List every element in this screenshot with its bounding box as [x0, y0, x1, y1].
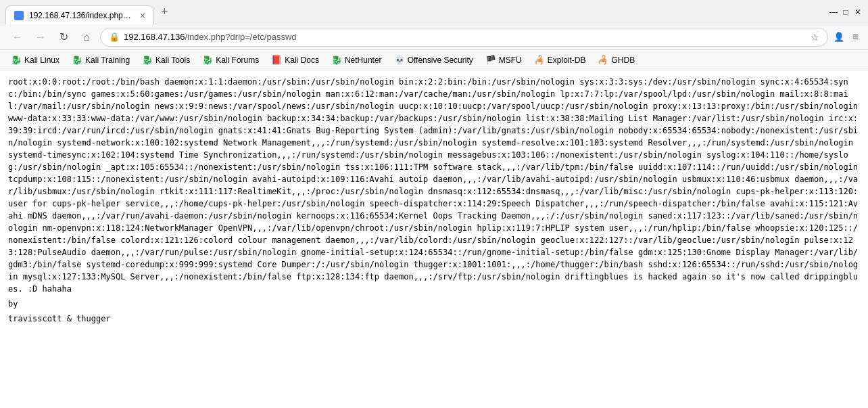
- bookmark-icon-msfu: 🏴: [485, 55, 496, 65]
- bookmark-label-exploit-db: Exploit-DB: [548, 55, 586, 65]
- bookmark-icon-nethunter: 🐉: [331, 55, 342, 65]
- toolbar-right: 👤 ≡: [832, 30, 860, 45]
- content-area: root:x:0:0:root:/root:/bin/bash daemon:x…: [0, 70, 868, 330]
- bookmark-item-exploit-db[interactable]: 🦂Exploit-DB: [529, 53, 592, 66]
- bookmark-item-kali-docs[interactable]: 📕Kali Docs: [266, 53, 324, 66]
- back-button[interactable]: ←: [8, 28, 27, 47]
- bookmark-icon-ghdb: 🦂: [598, 55, 608, 65]
- bookmark-item-kali-tools[interactable]: 🐉Kali Tools: [137, 53, 195, 66]
- bookmark-label-kali-training: Kali Training: [85, 55, 130, 65]
- bookmark-label-offensive-security: Offensive Security: [408, 55, 473, 65]
- bookmark-icon-kali-docs: 📕: [271, 55, 282, 65]
- home-button[interactable]: ⌂: [77, 28, 96, 47]
- bookmark-item-kali-forums[interactable]: 🐉Kali Forums: [197, 53, 264, 66]
- favorite-icon[interactable]: ☆: [811, 32, 819, 43]
- bookmark-icon-kali-training: 🐉: [72, 55, 82, 65]
- url-text: 192.168.47.136/index.php?drip=/etc/passw…: [124, 32, 806, 42]
- bookmark-icon-exploit-db: 🦂: [534, 55, 545, 65]
- tab-title: 192.168.47.136/index.php?dr: [29, 11, 135, 20]
- maximize-button[interactable]: □: [841, 7, 850, 17]
- bookmark-label-nethunter: NetHunter: [345, 55, 382, 65]
- tab-area: 192.168.47.136/index.php?dr × +: [5, 0, 829, 24]
- window-controls: — □ ✕: [829, 7, 863, 17]
- profile-icon[interactable]: 👤: [832, 30, 846, 43]
- bookmark-icon-offensive-security: 💀: [394, 55, 405, 65]
- menu-icon[interactable]: ≡: [851, 30, 860, 45]
- url-path: /index.php?drip=/etc/passwd: [185, 32, 296, 42]
- bookmark-item-offensive-security[interactable]: 💀Offensive Security: [389, 53, 479, 66]
- close-window-button[interactable]: ✕: [853, 7, 863, 17]
- bookmark-label-kali-forums: Kali Forums: [216, 55, 259, 65]
- reload-button[interactable]: ↻: [54, 28, 73, 47]
- url-domain: 192.168.47.136: [124, 32, 185, 42]
- bookmark-label-kali-tools: Kali Tools: [155, 55, 190, 65]
- bookmark-icon-kali-tools: 🐉: [142, 55, 153, 65]
- bookmark-icon-kali-forums: 🐉: [202, 55, 213, 65]
- bookmark-label-kali-linux: Kali Linux: [24, 55, 59, 65]
- bookmark-label-kali-docs: Kali Docs: [285, 55, 319, 65]
- bookmark-item-kali-training[interactable]: 🐉Kali Training: [66, 53, 135, 66]
- tab-close-button[interactable]: ×: [140, 11, 145, 20]
- bookmark-item-nethunter[interactable]: 🐉NetHunter: [326, 53, 387, 66]
- minimize-button[interactable]: —: [829, 7, 838, 17]
- bookmark-item-msfu[interactable]: 🏴MSFU: [480, 53, 527, 66]
- forward-button[interactable]: →: [31, 28, 50, 47]
- new-tab-button[interactable]: +: [157, 5, 172, 19]
- bookmark-icon-kali-linux: 🐉: [11, 55, 22, 65]
- address-bar: ← → ↻ ⌂ 🔒 192.168.47.136/index.php?drip=…: [0, 24, 868, 50]
- bookmarks-bar: 🐉Kali Linux🐉Kali Training🐉Kali Tools🐉Kal…: [0, 50, 868, 70]
- passwd-content: root:x:0:0:root:/root:/bin/bash daemon:x…: [8, 76, 860, 295]
- footer-line1: by: [8, 298, 860, 310]
- footer-line2: travisscott & thugger: [8, 313, 860, 325]
- bookmark-label-msfu: MSFU: [499, 55, 522, 65]
- security-icon: 🔒: [109, 32, 120, 42]
- url-box[interactable]: 🔒 192.168.47.136/index.php?drip=/etc/pas…: [100, 28, 828, 47]
- tab-favicon: [14, 11, 24, 20]
- browser-tab[interactable]: 192.168.47.136/index.php?dr ×: [5, 5, 154, 24]
- title-bar: 192.168.47.136/index.php?dr × + — □ ✕: [0, 0, 868, 24]
- bookmark-label-ghdb: GHDB: [611, 55, 635, 65]
- bookmark-item-ghdb[interactable]: 🦂GHDB: [592, 53, 640, 66]
- bookmark-item-kali-linux[interactable]: 🐉Kali Linux: [5, 53, 65, 66]
